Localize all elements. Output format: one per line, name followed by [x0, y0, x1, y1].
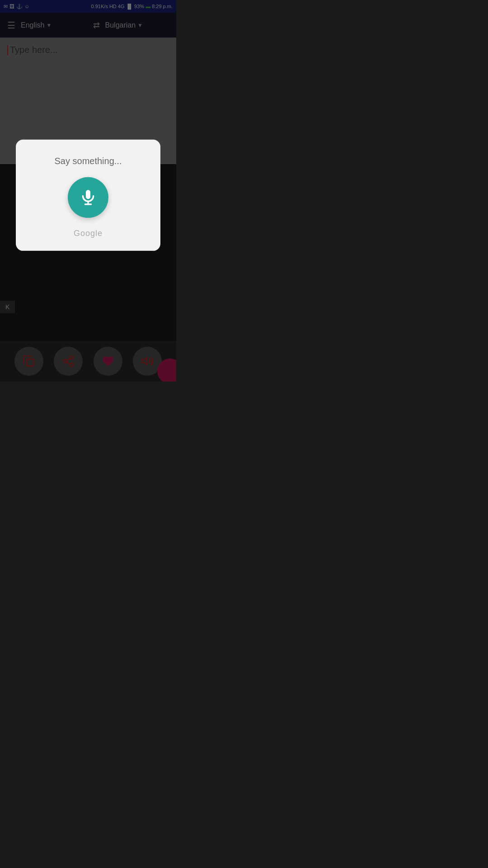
- microphone-button[interactable]: [68, 177, 108, 218]
- voice-prompt: Say something...: [55, 156, 122, 166]
- svg-rect-7: [86, 190, 90, 199]
- voice-dialog: Say something... Google: [16, 140, 160, 251]
- google-brand-label: Google: [74, 229, 103, 238]
